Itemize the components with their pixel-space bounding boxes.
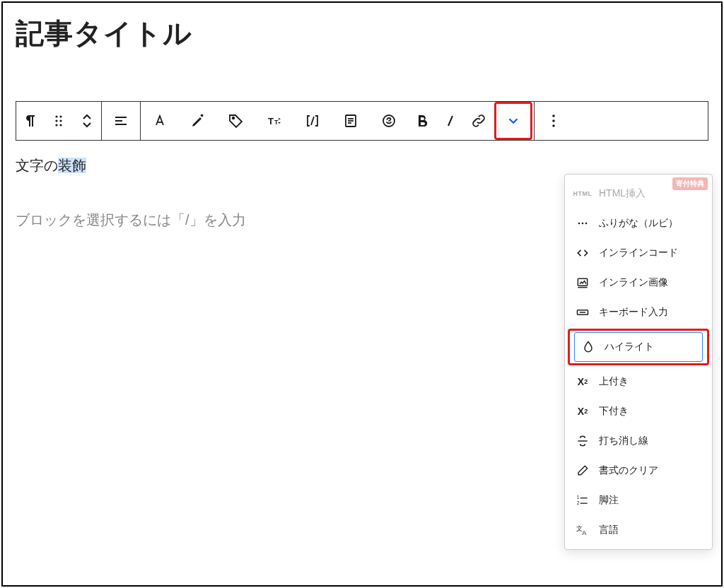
superscript-icon: X2: [575, 374, 590, 389]
svg-line-19: [448, 116, 452, 126]
svg-text:2: 2: [577, 500, 580, 505]
dropdown-item-label: 打ち消し線: [599, 435, 648, 447]
bold-icon[interactable]: [408, 102, 436, 140]
svg-point-22: [552, 124, 555, 127]
svg-point-25: [585, 223, 588, 225]
note-icon[interactable]: [332, 102, 370, 140]
svg-point-2: [55, 119, 57, 122]
strikethrough-icon: [575, 433, 590, 449]
svg-line-13: [311, 117, 314, 125]
dropdown-item-label: ハイライト: [605, 341, 654, 353]
dropdown-item-label: 脚注: [599, 494, 619, 507]
language-icon: 文A: [575, 522, 590, 538]
dropdown-item-superscript[interactable]: X2 上付き: [565, 367, 712, 396]
dropdown-item-footnote[interactable]: 12 脚注: [565, 486, 712, 515]
more-tools-highlight-box: [494, 102, 532, 140]
text-color-icon[interactable]: [141, 102, 179, 140]
paragraph-icon[interactable]: [16, 102, 45, 140]
dropdown-item-strikethrough[interactable]: 打ち消し線: [565, 426, 712, 456]
dropdown-item-highlight[interactable]: ハイライト: [574, 332, 703, 362]
dropdown-item-label: インラインコード: [599, 247, 678, 259]
page-title[interactable]: 記事タイトル: [3, 3, 721, 59]
svg-rect-26: [578, 278, 587, 286]
svg-point-0: [55, 115, 57, 117]
dropdown-item-label: HTML挿入: [599, 187, 646, 200]
dropdown-item-html[interactable]: HTML HTML挿入: [565, 179, 712, 208]
shortcode-icon[interactable]: [293, 102, 332, 140]
content-text-prefix: 文字の: [16, 158, 58, 173]
droplet-icon: [580, 339, 596, 355]
svg-point-1: [59, 115, 62, 117]
svg-point-20: [552, 114, 555, 117]
drag-handle-icon[interactable]: [45, 102, 73, 140]
svg-point-24: [582, 223, 584, 225]
dropdown-item-subscript[interactable]: X2 下付き: [565, 396, 712, 426]
svg-point-23: [578, 223, 580, 225]
code-icon: [575, 245, 590, 261]
dropdown-item-image[interactable]: インライン画像: [565, 268, 712, 298]
svg-point-3: [59, 119, 62, 122]
font-size-icon[interactable]: TT: [255, 102, 293, 140]
more-rich-text-dropdown: 寄付特典 HTML HTML挿入 ふりがな（ルビ） インラインコード インライン…: [564, 174, 713, 550]
eraser-icon: [575, 463, 590, 478]
subscript-icon: X2: [575, 404, 590, 419]
footnote-icon: 12: [575, 493, 590, 508]
html-icon: HTML: [575, 186, 590, 201]
italic-icon[interactable]: [436, 102, 465, 140]
svg-point-10: [233, 117, 235, 119]
dropdown-item-label: 言語: [599, 524, 619, 536]
link-icon[interactable]: [465, 102, 493, 140]
options-icon[interactable]: [535, 102, 573, 140]
badge-icon[interactable]: [370, 102, 408, 140]
ruby-icon: [575, 216, 590, 231]
svg-text:T: T: [268, 116, 274, 127]
dropdown-item-label: ふりがな（ルビ）: [599, 217, 678, 230]
dropdown-item-clear-format[interactable]: 書式のクリア: [565, 456, 712, 486]
move-up-down-icon[interactable]: [73, 102, 101, 140]
dropdown-item-label: 下付き: [599, 405, 629, 418]
dropdown-item-label: 上付き: [599, 375, 629, 388]
keyboard-icon: [575, 305, 590, 320]
chevron-down-icon[interactable]: [496, 104, 530, 138]
dropdown-item-label: インライン画像: [599, 276, 668, 289]
dropdown-item-language[interactable]: 文A 言語: [565, 515, 712, 545]
dropdown-item-label: キーボード入力: [599, 306, 668, 319]
block-toolbar-wrap: TT: [16, 101, 708, 141]
align-icon[interactable]: [102, 102, 140, 140]
svg-point-4: [55, 124, 57, 126]
highlight-option-highlight-box: ハイライト: [568, 329, 709, 365]
dropdown-item-keyboard[interactable]: キーボード入力: [565, 298, 712, 327]
block-toolbar: TT: [16, 101, 708, 141]
svg-point-21: [552, 119, 555, 122]
image-icon: [575, 275, 590, 290]
svg-text:1: 1: [577, 495, 580, 500]
svg-point-5: [59, 124, 62, 126]
content-text-selected: 装飾: [58, 158, 86, 173]
dropdown-item-code[interactable]: インラインコード: [565, 238, 712, 268]
dropdown-item-ruby[interactable]: ふりがな（ルビ）: [565, 208, 712, 238]
dropdown-item-label: 書式のクリア: [599, 464, 658, 477]
svg-text:A: A: [582, 529, 587, 536]
marker-icon[interactable]: [179, 102, 217, 140]
editor-frame: 記事タイトル: [1, 1, 723, 587]
tag-icon[interactable]: [217, 102, 255, 140]
